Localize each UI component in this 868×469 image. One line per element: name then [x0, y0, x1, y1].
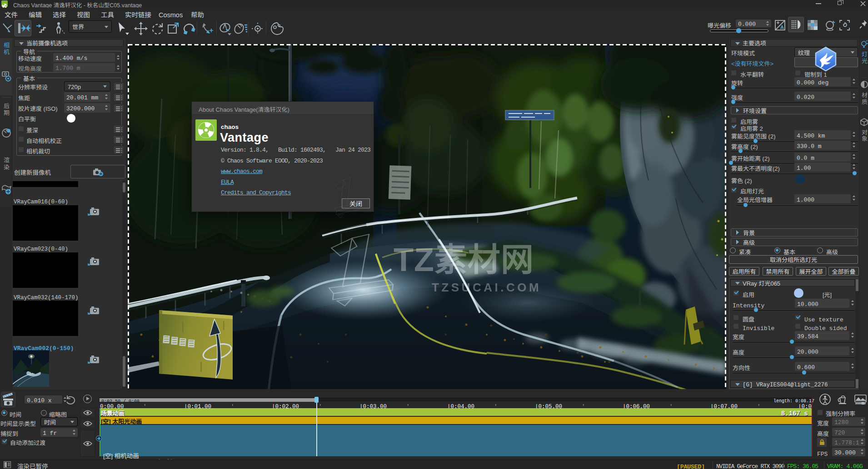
svg-text:TZSUCAI.COM: TZSUCAI.COM — [432, 281, 541, 294]
svg-text:A: A — [780, 25, 784, 30]
